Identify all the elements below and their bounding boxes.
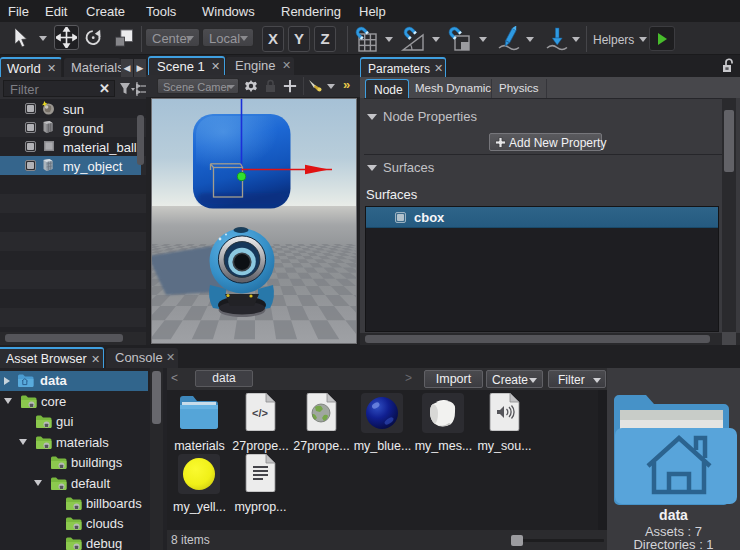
svg-text:</>: </> <box>252 407 268 419</box>
